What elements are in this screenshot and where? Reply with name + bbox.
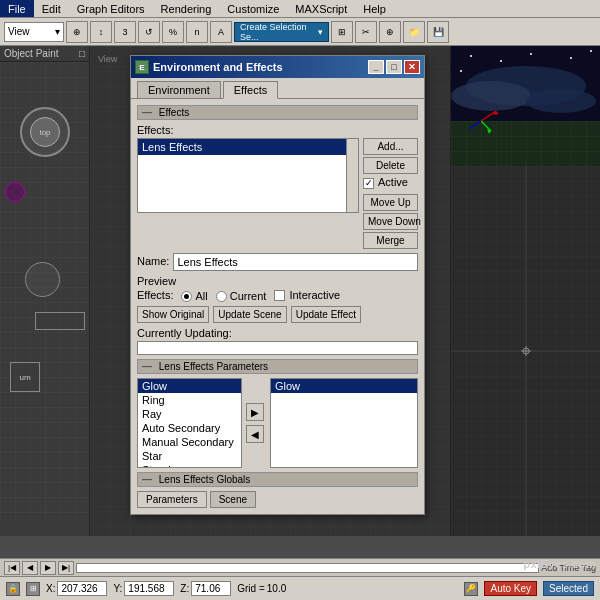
lens-item-streak[interactable]: Streak [138,463,241,468]
current-label: Current [230,290,267,302]
globals-tab-scene[interactable]: Scene [210,491,256,508]
svg-line-27 [469,121,481,129]
svg-line-25 [481,121,491,131]
timeline-track[interactable] [76,563,539,573]
grid-icon: ⊞ [26,582,40,596]
delete-effect-btn[interactable]: Delete [363,157,418,174]
name-input[interactable] [173,253,418,271]
update-effect-btn[interactable]: Update Effect [291,306,361,323]
lens-right-list[interactable]: Glow [270,378,418,468]
interactive-row: Interactive [274,289,340,301]
lens-item-manual-secondary[interactable]: Manual Secondary [138,435,241,449]
view-dropdown[interactable]: View ▾ [4,22,64,42]
effects-list-scrollbar[interactable] [346,139,358,212]
lens-item-ray[interactable]: Ray [138,407,241,421]
timeline-btn-1[interactable]: |◀ [4,561,20,575]
toolbar-btn-10[interactable]: ⊕ [379,21,401,43]
lens-globals-header: — Lens Effects Globals [137,472,418,487]
name-row: Name: [137,253,418,271]
auto-key-btn[interactable]: Auto Key [484,581,537,596]
effects-list-container: Lens Effects Add... Delete Active Move U… [137,138,418,249]
interactive-label: Interactive [289,289,340,301]
add-effect-btn[interactable]: Add... [363,138,418,155]
dialog-maximize-btn[interactable]: □ [386,60,402,74]
watermark: pxlEyes.com [523,558,596,570]
toolbar-btn-5[interactable]: % [162,21,184,43]
lens-item-ring[interactable]: Ring [138,393,241,407]
name-label: Name: [137,255,169,267]
y-field[interactable] [124,581,174,596]
x-coord: X: [46,581,107,596]
x-field[interactable] [57,581,107,596]
move-down-btn[interactable]: Move Down [363,213,418,230]
obj-box-1 [35,312,85,330]
create-selection-btn[interactable]: Create Selection Se... ▾ [234,22,329,42]
show-original-btn[interactable]: Show Original [137,306,209,323]
key-icon: 🔑 [464,582,478,596]
lens-arrows: ▶ ◀ [246,378,266,468]
left-panel: Object Paint □ top um [0,46,90,536]
all-radio[interactable] [181,291,192,302]
lens-item-auto-secondary[interactable]: Auto Secondary [138,421,241,435]
dialog-minimize-btn[interactable]: _ [368,60,384,74]
toolbar-btn-11[interactable]: 📁 [403,21,425,43]
menu-edit[interactable]: Edit [34,0,69,17]
move-up-btn[interactable]: Move Up [363,194,418,211]
lens-arrow-right[interactable]: ▶ [246,403,264,421]
lens-left-list[interactable]: Glow Ring Ray Auto Secondary Manual Seco… [137,378,242,468]
menu-bar: File Edit Graph Editors Rendering Custom… [0,0,600,18]
y-coord: Y: [113,581,174,596]
svg-point-15 [470,55,472,57]
current-radio-item[interactable]: Current [216,290,267,302]
toolbar-btn-6[interactable]: n [186,21,208,43]
lens-params-header: — Lens Effects Parameters [137,359,418,374]
lens-arrow-left[interactable]: ◀ [246,425,264,443]
toolbar-btn-8[interactable]: ⊞ [331,21,353,43]
updating-bar [137,341,418,355]
toolbar-btn-3[interactable]: 3 [114,21,136,43]
dialog-titlebar[interactable]: E Environment and Effects _ □ ✕ [131,56,424,78]
tab-effects[interactable]: Effects [223,81,278,99]
menu-help[interactable]: Help [355,0,394,17]
dialog-title: Environment and Effects [153,61,283,73]
tab-environment[interactable]: Environment [137,81,221,98]
update-scene-btn[interactable]: Update Scene [213,306,286,323]
selected-badge: Selected [543,581,594,596]
z-field[interactable] [191,581,231,596]
svg-line-23 [481,111,496,121]
menu-graph-editors[interactable]: Graph Editors [69,0,153,17]
active-checkbox[interactable] [363,178,374,189]
lens-item-star[interactable]: Star [138,449,241,463]
toolbar-btn-12[interactable]: 💾 [427,21,449,43]
left-panel-header: Object Paint □ [0,46,89,62]
svg-point-20 [460,70,462,72]
menu-rendering[interactable]: Rendering [153,0,220,17]
lock-icon: 🔒 [6,582,20,596]
toolbar-btn-4[interactable]: ↺ [138,21,160,43]
svg-point-14 [526,89,596,113]
preview-section: Preview Effects: All Current Interactive [137,275,418,323]
lens-right-item-glow[interactable]: Glow [271,379,417,393]
toolbar-btn-9[interactable]: ✂ [355,21,377,43]
toolbar-btn-1[interactable]: ⊕ [66,21,88,43]
dialog-close-btn[interactable]: ✕ [404,60,420,74]
current-radio[interactable] [216,291,227,302]
interactive-checkbox[interactable] [274,290,285,301]
menu-file[interactable]: File [0,0,34,17]
lens-item-glow[interactable]: Glow [138,379,241,393]
timeline-btn-3[interactable]: ▶ [40,561,56,575]
effects-radio-label: Effects: [137,289,173,301]
effects-list-item-lens[interactable]: Lens Effects [138,139,358,155]
toolbar-btn-7[interactable]: A [210,21,232,43]
menu-customize[interactable]: Customize [219,0,287,17]
all-radio-item[interactable]: All [181,290,207,302]
effects-list[interactable]: Lens Effects [137,138,359,213]
globals-tab-parameters[interactable]: Parameters [137,491,207,508]
toolbar-btn-2[interactable]: ↕ [90,21,112,43]
dialog-content: — Effects Effects: Lens Effects Add... D… [131,99,424,514]
menu-maxscript[interactable]: MAXScript [287,0,355,17]
merge-btn[interactable]: Merge [363,232,418,249]
timeline-btn-4[interactable]: ▶| [58,561,74,575]
mini-viewport [451,46,600,166]
timeline-btn-2[interactable]: ◀ [22,561,38,575]
